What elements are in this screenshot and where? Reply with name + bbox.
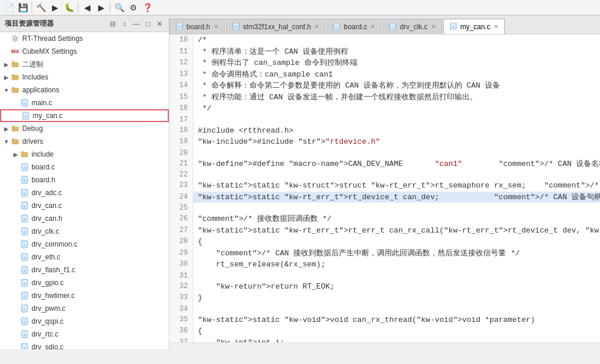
settings-btn[interactable]: ⚙ xyxy=(127,1,140,14)
tree-item-binary[interactable]: ▶二进制 xyxy=(0,58,169,71)
horizontal-scrollbar[interactable] xyxy=(169,342,600,349)
tree-item-applications[interactable]: ▼applications xyxy=(0,84,169,96)
tree-icon-file-c: c xyxy=(20,188,29,197)
tree-label-drv-common-c: drv_common.c xyxy=(32,240,78,248)
tree-item-drv-hwtimer-c[interactable]: cdrv_hwtimer.c xyxy=(0,289,169,302)
line-number: 35 xyxy=(169,314,193,326)
line-content[interactable]: { xyxy=(193,236,600,248)
line-content[interactable]: "kw-int">int i; xyxy=(193,337,600,343)
run-btn[interactable]: ▶ xyxy=(48,1,61,14)
line-content[interactable]: "kw-static">static "kw-rt_err_t">rt_devi… xyxy=(193,192,600,203)
tree-label-main-c: main.c xyxy=(32,99,52,107)
tree-item-main-c[interactable]: cmain.c xyxy=(0,96,169,109)
line-content[interactable]: * 程序功能：通过 CAN 设备发送一帧，并创建一个线程接收数据然后打印输出。 xyxy=(193,92,600,103)
line-number: 28 xyxy=(169,236,193,248)
editor-area: hboard.h✕hstm32f1xx_hal_conf.h✕cboard.c✕… xyxy=(169,16,600,349)
tab-close-btn[interactable]: ✕ xyxy=(314,23,319,30)
tab-label: board.c xyxy=(344,23,367,31)
tab-board-c[interactable]: cboard.c✕ xyxy=(327,19,381,34)
tree-item-drv-sdio-c[interactable]: cdrv_sdio.c xyxy=(0,341,169,349)
back-btn[interactable]: ◀ xyxy=(81,1,93,14)
tree-item-include-folder[interactable]: ▶include xyxy=(0,148,169,161)
save-btn[interactable]: 💾 xyxy=(16,1,29,14)
tree-item-drv-clk-c[interactable]: cdrv_clk.c xyxy=(0,225,169,238)
tree-arrow-drivers[interactable]: ▼ xyxy=(2,138,11,145)
tab-close-btn[interactable]: ✕ xyxy=(494,23,498,30)
line-content[interactable]: */ xyxy=(193,103,600,115)
line-content[interactable]: rt_sem_release(&rx_sem); xyxy=(193,259,600,271)
tree-item-drv-common-c[interactable]: cdrv_common.c xyxy=(0,238,169,251)
line-content[interactable]: * 命令调用格式：can_sample can1 xyxy=(193,69,600,81)
code-editor[interactable]: 10/*11 * 程序清单：这是一个 CAN 设备使用例程12 * 例程导出了 … xyxy=(169,34,600,342)
line-content[interactable]: { xyxy=(193,325,600,337)
debug-btn[interactable]: 🐛 xyxy=(63,1,75,14)
tree-arrow-include-folder[interactable]: ▶ xyxy=(12,151,20,158)
maximize-btn[interactable]: □ xyxy=(143,19,152,29)
line-content[interactable]: * 程序清单：这是一个 CAN 设备使用例程 xyxy=(193,46,600,58)
tree-arrow-applications[interactable]: ▼ xyxy=(2,87,11,93)
build-btn[interactable]: 🔨 xyxy=(34,1,47,14)
line-content[interactable]: /* xyxy=(193,34,600,46)
tree-item-rt-thread[interactable]: RT-Thread Settings xyxy=(0,32,169,45)
line-content[interactable] xyxy=(193,203,600,213)
line-content[interactable]: "comment">/* 接收数据回调函数 */ xyxy=(193,213,600,225)
tab-close-btn[interactable]: ✕ xyxy=(214,23,219,30)
tree-arrow-debug[interactable]: ▶ xyxy=(2,126,11,132)
line-content[interactable]: "kw-static">static "kw-struct">struct "k… xyxy=(193,180,600,192)
sync-btn[interactable]: ↕ xyxy=(120,19,129,29)
help-btn[interactable]: ❓ xyxy=(141,1,154,14)
tree-item-drv-eth-c[interactable]: cdrv_eth.c xyxy=(0,251,169,264)
tree-item-cubemx[interactable]: MXCubeMX Settings xyxy=(0,45,169,58)
tree-item-drv-qspi-c[interactable]: cdrv_qspi.c xyxy=(0,315,169,328)
tab-board-h[interactable]: hboard.h✕ xyxy=(169,19,225,34)
close-panel-btn[interactable]: ✕ xyxy=(155,19,164,29)
tree-item-drivers[interactable]: ▼drivers xyxy=(0,135,169,148)
tab-stm32f1xx_hal_conf-h[interactable]: hstm32f1xx_hal_conf.h✕ xyxy=(226,19,326,34)
line-content[interactable]: "kw-return">return RT_EOK; xyxy=(193,281,600,293)
line-content[interactable] xyxy=(193,148,600,158)
tab-close-btn[interactable]: ✕ xyxy=(431,23,436,30)
tree-item-board-c[interactable]: cboard.c xyxy=(0,161,169,174)
line-content[interactable]: "comment">/* CAN 接收到数据后产生中断，调用此回调函数，然后发送… xyxy=(193,248,600,259)
line-content[interactable]: } xyxy=(193,292,600,304)
code-line-36: 36{ xyxy=(169,325,600,337)
tree-arrow-binary[interactable]: ▶ xyxy=(2,61,11,68)
tree-container[interactable]: RT-Thread SettingsMXCubeMX Settings▶二进制▶… xyxy=(0,32,169,349)
line-content[interactable] xyxy=(193,271,600,281)
tree-item-drv-pwm-c[interactable]: cdrv_pwm.c xyxy=(0,302,169,315)
panel-icons: ⊟ ↕ — □ ✕ xyxy=(108,19,164,29)
tab-close-btn[interactable]: ✕ xyxy=(370,23,375,30)
tab-drv_clk-c[interactable]: cdrv_clk.c✕ xyxy=(383,19,442,34)
tree-item-debug[interactable]: ▶Debug xyxy=(0,122,169,135)
line-content[interactable]: * 命令解释：命令第二个参数是要使用的 CAN 设备名称，为空则使用默认的 CA… xyxy=(193,80,600,92)
line-content[interactable] xyxy=(193,115,600,125)
tree-arrow-includes[interactable]: ▶ xyxy=(2,74,11,81)
line-content[interactable]: "kw-include">#include "str">"rtdevice.h" xyxy=(193,136,600,148)
tab-my_can-c[interactable]: cmy_can.c✕ xyxy=(443,19,505,34)
tree-item-drv-gpio-c[interactable]: cdrv_gpio.c xyxy=(0,276,169,289)
line-content[interactable]: #include <rtthread.h> xyxy=(193,125,600,137)
line-content[interactable]: "kw-define">#define "macro-name">CAN_DEV… xyxy=(193,158,600,170)
minimize-btn[interactable]: — xyxy=(131,19,141,29)
line-content[interactable] xyxy=(193,169,600,180)
tree-item-drv-rtc-c[interactable]: cdrv_rtc.c xyxy=(0,328,169,341)
tree-item-drv-can-h[interactable]: hdrv_can.h xyxy=(0,212,169,225)
search-btn[interactable]: 🔍 xyxy=(113,1,126,14)
fwd-btn[interactable]: ▶ xyxy=(95,1,107,14)
new-file-btn[interactable]: 📄 xyxy=(2,1,15,14)
tree-item-includes[interactable]: ▶Includes xyxy=(0,71,169,84)
tab-file-icon: h xyxy=(233,23,240,31)
tree-item-drv-flash-f1-c[interactable]: cdrv_flash_f1.c xyxy=(0,264,169,276)
tab-bar: hboard.h✕hstm32f1xx_hal_conf.h✕cboard.c✕… xyxy=(169,16,600,34)
line-content[interactable]: "kw-static">static "kw-void">void can_rx… xyxy=(193,314,600,326)
tree-item-drv-can-c[interactable]: cdrv_can.c xyxy=(0,199,169,212)
collapse-all-btn[interactable]: ⊟ xyxy=(108,19,117,29)
line-content[interactable]: "kw-static">static "kw-rt_err_t">rt_err_… xyxy=(193,225,600,237)
tree-item-my-can-c[interactable]: cmy_can.c xyxy=(0,109,169,122)
tree-icon-folder xyxy=(20,150,29,159)
tree-item-drv-adc-c[interactable]: cdrv_adc.c xyxy=(0,186,169,199)
tree-item-board-h[interactable]: hboard.h xyxy=(0,174,169,186)
line-content[interactable]: * 例程导出了 can_sample 命令到控制终端 xyxy=(193,57,600,69)
line-number: 31 xyxy=(169,271,193,281)
line-content[interactable] xyxy=(193,304,600,314)
